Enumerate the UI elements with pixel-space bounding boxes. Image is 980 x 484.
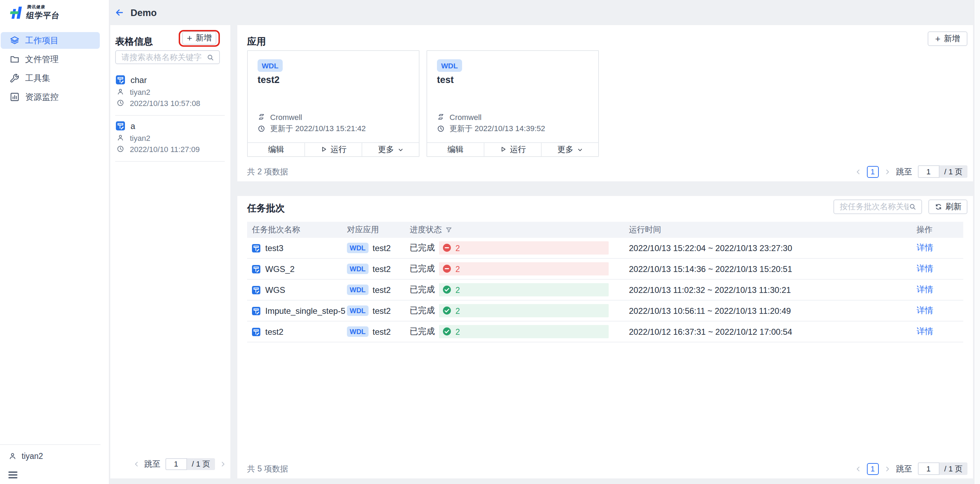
app-card[interactable]: WDL test Cromwell 更新于 2022/10/13 14:39:5… bbox=[426, 50, 599, 157]
add-table-button[interactable]: + 新增 bbox=[182, 32, 216, 44]
app-root: Demo 腾讯健康 组学平台 工作项目 文件管理 工具集 bbox=[0, 0, 980, 484]
table-list: char tiyan2 2022/10/13 10:57:08 a bbox=[115, 70, 225, 162]
batch-table-row: WGS WDL test2 已完成 2 2022/10/13 11:02:32 … bbox=[247, 280, 963, 301]
column-header-app: 对应应用 bbox=[347, 225, 410, 235]
more-app-button[interactable]: 更多 bbox=[361, 143, 419, 156]
status-count-pill: 2 bbox=[439, 263, 609, 276]
table-list-item[interactable]: a tiyan2 2022/10/10 11:27:09 bbox=[115, 116, 225, 162]
check-circle-icon bbox=[442, 327, 451, 336]
table-icon bbox=[116, 121, 125, 130]
app-updated-time: 更新于 2022/10/13 14:39:52 bbox=[450, 124, 545, 134]
column-header-time: 运行时间 bbox=[629, 225, 916, 235]
detail-link[interactable]: 详情 bbox=[916, 284, 963, 296]
edit-app-button[interactable]: 编辑 bbox=[427, 143, 484, 156]
sidebar-nav: 工作项目 文件管理 工具集 资源监控 bbox=[0, 32, 109, 107]
column-header-action: 操作 bbox=[916, 225, 963, 235]
workflow-engine-icon bbox=[437, 113, 445, 121]
page-jump-input[interactable] bbox=[918, 166, 939, 178]
page-total: / 1 页 bbox=[939, 463, 967, 475]
table-name: char bbox=[130, 75, 147, 85]
batches-pagination: 1 跳至 / 1 页 bbox=[855, 463, 967, 475]
app-card[interactable]: WDL test2 Cromwell 更新于 2022/10/13 15:21:… bbox=[247, 50, 420, 157]
batch-table-header: 任务批次名称 对应应用 进度状态 运行时间 操作 bbox=[247, 222, 963, 238]
sidebar-item-work-projects[interactable]: 工作项目 bbox=[1, 32, 100, 49]
apps-total-count: 共 2 项数据 bbox=[247, 166, 288, 177]
apps-panel: 应用 + 新增 WDL test2 Cromwell 更新于 2022/10/1… bbox=[237, 25, 973, 181]
prev-page-icon[interactable] bbox=[855, 465, 861, 472]
run-app-button[interactable]: 运行 bbox=[304, 143, 361, 156]
brand-product: 组学平台 bbox=[25, 11, 60, 21]
table-search bbox=[115, 50, 220, 64]
engine-name: Cromwell bbox=[270, 113, 302, 121]
app-card-actions: 编辑 运行 更多 bbox=[427, 142, 598, 156]
detail-link[interactable]: 详情 bbox=[916, 242, 963, 254]
run-app-button[interactable]: 运行 bbox=[484, 143, 541, 156]
clock-icon bbox=[116, 145, 124, 153]
batch-name: Impute_single_step-5 bbox=[265, 306, 345, 316]
wdl-badge: WDL bbox=[437, 59, 462, 71]
sidebar-item-label: 资源监控 bbox=[25, 91, 59, 103]
sidebar-item-toolset[interactable]: 工具集 bbox=[1, 70, 100, 86]
batch-app: test2 bbox=[373, 285, 391, 295]
batch-status: 已完成 bbox=[410, 326, 435, 338]
batch-name: WGS_2 bbox=[265, 264, 294, 274]
batch-app: test2 bbox=[373, 306, 391, 316]
filter-icon[interactable] bbox=[445, 226, 452, 233]
app-updated-time: 更新于 2022/10/13 15:21:42 bbox=[270, 124, 366, 134]
wdl-badge: WDL bbox=[347, 326, 369, 337]
current-page-button[interactable]: 1 bbox=[867, 463, 878, 474]
check-circle-icon bbox=[442, 286, 451, 294]
jump-label: 跳至 bbox=[896, 166, 912, 177]
add-app-button[interactable]: + 新增 bbox=[928, 32, 967, 46]
workflow-engine-icon bbox=[258, 113, 265, 121]
status-count-pill: 2 bbox=[439, 305, 609, 317]
next-page-icon[interactable] bbox=[884, 465, 890, 472]
batches-total-count: 共 5 项数据 bbox=[247, 463, 288, 474]
wdl-badge: WDL bbox=[258, 59, 283, 71]
sidebar-item-file-management[interactable]: 文件管理 bbox=[1, 51, 100, 68]
sidebar-item-label: 文件管理 bbox=[25, 53, 59, 65]
table-search-input[interactable] bbox=[116, 53, 207, 61]
app-name: test2 bbox=[258, 75, 280, 85]
apps-pagination: 1 跳至 / 1 页 bbox=[855, 166, 967, 178]
current-user[interactable]: tiyan2 bbox=[0, 445, 100, 460]
topbar: Demo bbox=[110, 0, 973, 25]
prev-page-icon[interactable] bbox=[133, 461, 139, 467]
batch-table-row: Impute_single_step-5 WDL test2 已完成 2 202… bbox=[247, 301, 963, 322]
back-arrow-icon[interactable] bbox=[115, 8, 124, 17]
batch-search-input[interactable] bbox=[834, 203, 909, 211]
tables-panel: 表格信息 + 新增 char tiyan2 2022/ bbox=[110, 25, 230, 478]
search-icon[interactable] bbox=[207, 53, 214, 61]
status-count-pill: 2 bbox=[439, 325, 609, 338]
page-total: / 1 页 bbox=[187, 458, 215, 470]
batch-time: 2022/10/13 15:14:36 ~ 2022/10/13 15:20:5… bbox=[629, 264, 916, 274]
collapse-sidebar-icon[interactable] bbox=[8, 471, 18, 478]
detail-link[interactable]: 详情 bbox=[916, 305, 963, 317]
jump-label: 跳至 bbox=[144, 459, 160, 469]
batch-app: test2 bbox=[373, 243, 391, 253]
search-icon[interactable] bbox=[909, 203, 916, 211]
prev-page-icon[interactable] bbox=[855, 168, 861, 175]
detail-link[interactable]: 详情 bbox=[916, 326, 963, 338]
column-header-name: 任务批次名称 bbox=[247, 225, 347, 235]
page-jump-input[interactable] bbox=[918, 463, 939, 475]
scrollbar-track[interactable] bbox=[974, 0, 980, 484]
edit-app-button[interactable]: 编辑 bbox=[248, 143, 304, 156]
table-owner: tiyan2 bbox=[130, 87, 150, 96]
next-page-icon[interactable] bbox=[220, 461, 226, 467]
current-page-button[interactable]: 1 bbox=[867, 166, 878, 178]
page-jump-input[interactable] bbox=[165, 458, 187, 470]
batch-status: 已完成 bbox=[410, 263, 435, 275]
next-page-icon[interactable] bbox=[884, 168, 890, 175]
more-app-button[interactable]: 更多 bbox=[541, 143, 598, 156]
detail-link[interactable]: 详情 bbox=[916, 263, 963, 275]
refresh-button[interactable]: 刷新 bbox=[928, 200, 967, 214]
brand-logo: 腾讯健康 组学平台 bbox=[8, 4, 60, 21]
clock-icon bbox=[258, 125, 265, 133]
minus-circle-icon bbox=[442, 244, 451, 252]
sidebar-item-resource-monitor[interactable]: 资源监控 bbox=[1, 89, 100, 105]
clock-icon bbox=[437, 125, 445, 133]
wrench-icon bbox=[10, 73, 19, 83]
table-list-item[interactable]: char tiyan2 2022/10/13 10:57:08 bbox=[115, 70, 225, 116]
sidebar: 腾讯健康 组学平台 工作项目 文件管理 工具集 资源监控 bbox=[0, 0, 110, 484]
